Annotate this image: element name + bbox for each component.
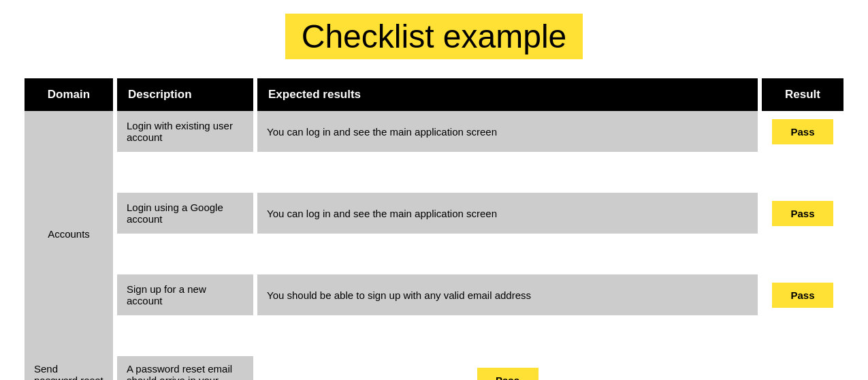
description-cell: Sign up for a new account	[117, 274, 253, 315]
result-cell: Pass	[257, 356, 758, 380]
result-badge: Pass	[772, 119, 833, 144]
description-cell: Login using a Google account	[117, 193, 253, 234]
expected-cell: You can log in and see the main applicat…	[257, 111, 758, 152]
result-cell: Pass	[762, 274, 843, 315]
header-description: Description	[117, 78, 253, 111]
description-cell: Login with existing user account	[117, 111, 253, 152]
result-badge: Pass	[477, 368, 539, 380]
expected-cell: You can log in and see the main applicat…	[257, 193, 758, 234]
table-row: Sign up for a new accountYou should be a…	[25, 274, 843, 315]
expected-cell: A password reset email should arrive in …	[117, 356, 253, 380]
header-result: Result	[762, 78, 843, 111]
header-expected: Expected results	[257, 78, 758, 111]
table-row: AccountsLogin with existing user account…	[25, 111, 843, 152]
result-badge: Pass	[772, 201, 833, 226]
table-row: Send password reset linkA password reset…	[25, 356, 843, 380]
checklist-table: Domain Description Expected results Resu…	[20, 78, 848, 380]
header-domain: Domain	[25, 78, 113, 111]
expected-cell: You should be able to sign up with any v…	[257, 274, 758, 315]
result-cell: Pass	[762, 193, 843, 234]
page-title: Checklist example	[285, 14, 583, 59]
domain-cell: Accounts	[25, 111, 113, 356]
table-row: Login using a Google accountYou can log …	[25, 193, 843, 234]
description-cell: Send password reset link	[25, 356, 113, 380]
result-badge: Pass	[772, 283, 833, 308]
result-cell: Pass	[762, 111, 843, 152]
